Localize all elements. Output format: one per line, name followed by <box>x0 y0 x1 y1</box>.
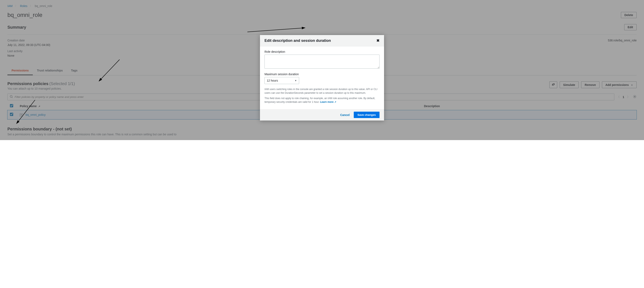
boundary-text: Set a permissions boundary to control th… <box>8 133 636 136</box>
delete-button[interactable]: Delete <box>621 12 636 18</box>
svg-point-1 <box>634 96 635 97</box>
chevron-down-icon: ▼ <box>294 79 297 82</box>
svg-point-0 <box>10 95 12 97</box>
role-description-label: Role description <box>264 50 380 53</box>
search-icon <box>10 95 13 99</box>
col-description[interactable]: Description <box>422 102 636 110</box>
add-permissions-label: Add permissions <box>606 83 629 86</box>
tab-permissions[interactable]: Permissions <box>8 66 33 75</box>
arn-value: 536:role/bq_omni_role <box>608 39 636 42</box>
tab-trust-relationships[interactable]: Trust relationships <box>33 66 67 75</box>
external-link-icon: ↗ <box>334 101 336 103</box>
chevron-down-icon: ▼ <box>631 84 633 86</box>
edit-button[interactable]: Edit <box>624 24 636 30</box>
breadcrumb: IAM 〉 Roles 〉 bq_omni_role <box>8 4 636 8</box>
role-description-input[interactable] <box>264 55 380 69</box>
creation-date-value: July 11, 2022, 09:33 (UTC-04:00) <box>8 43 50 46</box>
select-all-checkbox[interactable] <box>10 104 13 107</box>
policies-subtext: You can attach up to 10 managed policies… <box>8 87 75 90</box>
col-policy-name[interactable]: Policy name <box>20 104 37 108</box>
breadcrumb-roles[interactable]: Roles <box>20 4 28 8</box>
cancel-button[interactable]: Cancel <box>340 113 350 117</box>
session-duration-label: Maximum session duration <box>264 72 380 76</box>
simulate-button[interactable]: Simulate <box>560 81 579 88</box>
breadcrumb-current: bq_omni_role <box>35 4 52 8</box>
close-icon[interactable]: ✖ <box>376 38 380 43</box>
settings-icon[interactable] <box>633 95 636 99</box>
learn-more-link[interactable]: Learn more↗ <box>320 100 336 103</box>
page-title: bq_omni_role <box>8 12 42 18</box>
refresh-icon <box>552 83 555 87</box>
boundary-heading: Permissions boundary - (not set) <box>8 127 636 131</box>
tab-tags[interactable]: Tags <box>67 66 82 75</box>
edit-modal: Edit description and session duration ✖ … <box>260 35 384 120</box>
add-permissions-button[interactable]: Add permissions ▼ <box>602 81 636 88</box>
policies-selected-count: (Selected 1/1) <box>49 81 75 86</box>
session-duration-select[interactable]: 12 hours ▼ <box>264 77 299 84</box>
refresh-button[interactable] <box>550 81 557 88</box>
breadcrumb-iam[interactable]: IAM <box>8 4 12 8</box>
save-button[interactable]: Save changes <box>354 112 380 118</box>
external-link-icon: ↗ <box>38 105 40 108</box>
expand-icon[interactable]: + <box>20 113 23 116</box>
last-activity-label: Last activity <box>8 49 50 53</box>
remove-button[interactable]: Remove <box>581 81 599 88</box>
last-activity-value: None <box>8 54 50 57</box>
summary-heading: Summary <box>8 25 26 30</box>
row-checkbox[interactable] <box>10 113 13 116</box>
pager-current: 1 <box>622 95 624 99</box>
chevron-right-icon: 〉 <box>30 4 32 8</box>
session-duration-value: 12 hours <box>267 79 278 82</box>
policy-link[interactable]: bq_omni_policy <box>26 113 46 116</box>
creation-date-label: Creation date <box>8 39 50 42</box>
policies-heading: Permissions policies <box>8 81 48 86</box>
pager-prev[interactable]: 〈 <box>617 95 620 99</box>
chevron-right-icon: 〉 <box>15 4 18 8</box>
help-text-1: IAM users switching roles in the console… <box>264 87 380 95</box>
pager-next[interactable]: 〉 <box>627 95 630 99</box>
modal-title: Edit description and session duration <box>264 38 331 43</box>
